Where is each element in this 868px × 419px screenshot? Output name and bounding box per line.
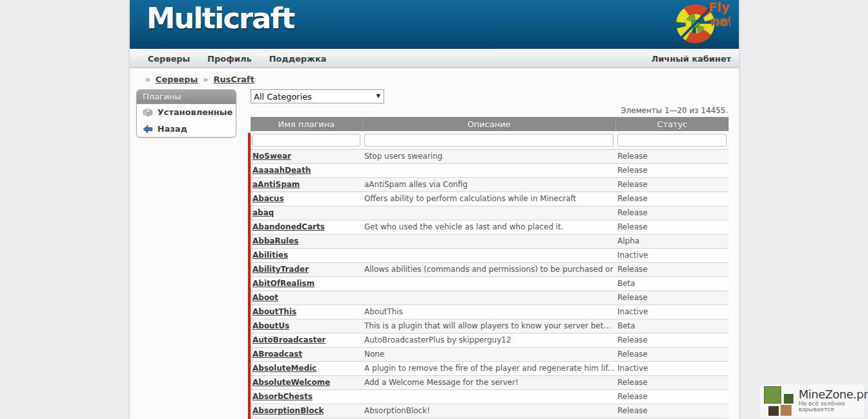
multicraft-logo[interactable]: Multicraft: [146, 1, 294, 35]
plugin-name-link[interactable]: AbsoluteMedic: [252, 364, 317, 373]
plugin-description: Stop users swearing: [362, 149, 616, 163]
plugins-sidebar: Плагины Установленные Назад: [136, 89, 236, 138]
plugin-description: [362, 248, 616, 262]
plugin-name-link[interactable]: AbsorptionBlock: [252, 406, 324, 415]
plugin-name-link[interactable]: AboutUs: [252, 321, 289, 330]
column-header-status: Статус: [616, 117, 729, 131]
plugin-status: Release: [616, 262, 729, 276]
plugin-status: Release: [616, 290, 729, 305]
plugin-name-link[interactable]: AboutThis: [252, 307, 296, 316]
plugin-status: Release: [616, 220, 729, 234]
breadcrumb: » Серверы » RusCraft: [130, 68, 739, 84]
plugin-status: Release: [616, 206, 729, 220]
column-header-description: Описание: [362, 117, 616, 131]
watermark-title: MineZone.pro: [799, 389, 868, 401]
breadcrumb-servers[interactable]: Серверы: [155, 75, 198, 84]
flynet-host-logo-icon: Fly net: [675, 0, 731, 45]
status-filter-input[interactable]: [617, 134, 727, 147]
plugin-description: Add a Welcome Message for the server!: [362, 375, 616, 389]
plugin-status: Release: [616, 375, 729, 389]
sidebar-item-back[interactable]: Назад: [137, 121, 236, 137]
plugin-name-link[interactable]: abaq: [252, 208, 274, 217]
plugin-name-link[interactable]: NoSwear: [252, 152, 291, 161]
plugin-name-link[interactable]: AaaaahDeath: [252, 166, 311, 175]
plugin-status: Inactive: [616, 248, 729, 262]
plugin-status: Beta: [616, 276, 729, 290]
plugin-name-link[interactable]: AbandonedCarts: [252, 222, 324, 231]
table-row: AbsorptionBlock AbsorptionBlock! Release: [251, 404, 729, 418]
plugin-table: Имя плагина Описание Статус NoSwear Stop…: [251, 117, 729, 418]
red-accent-bar: [248, 133, 251, 419]
plugin-description: [362, 389, 616, 404]
plugin-status: Release: [616, 347, 729, 361]
minezone-logo-icon: [764, 386, 795, 416]
table-row: aAntiSpam aAntiSpam alles via Config Rel…: [251, 177, 729, 192]
table-row: AbitOfRealism Beta: [251, 276, 729, 290]
svg-text:Fly: Fly: [709, 0, 730, 15]
category-select[interactable]: All Categories: [251, 89, 384, 103]
back-arrow-icon: [143, 125, 153, 134]
page-container: Multicraft Fly net Серверы Профиль Подде…: [130, 0, 739, 419]
nav-item-personal-cabinet[interactable]: Личный кабинет: [651, 54, 731, 64]
plugin-name-link[interactable]: ABroadcast: [252, 350, 302, 359]
main-content: All Categories Элементы 1—20 из 14455. И…: [251, 89, 729, 418]
plugin-status: Release: [616, 192, 729, 206]
plugin-name-link[interactable]: AbbaRules: [252, 236, 299, 245]
table-row: abaq Release: [251, 206, 729, 220]
table-row: AbsorbChests Release: [251, 389, 729, 404]
table-row: AutoBroadcaster AutoBroadcasterPlus by s…: [251, 333, 729, 347]
plugin-status: Release: [616, 404, 729, 418]
plugin-description: Get who used the vehicle as last and who…: [362, 220, 616, 234]
plugin-description: AboutThis: [362, 305, 616, 319]
plugin-status: Beta: [616, 319, 729, 333]
nav-item-servers[interactable]: Серверы: [148, 54, 190, 64]
plugin-description: Offers ability to perform calculations w…: [362, 192, 616, 206]
table-row: AboutThis AboutThis Inactive: [251, 305, 729, 319]
table-row: ABroadcast None Release: [251, 347, 729, 361]
plugin-name-link[interactable]: Aboot: [252, 293, 278, 302]
nav-item-support[interactable]: Поддержка: [269, 54, 326, 64]
plugin-table-body: NoSwear Stop users swearing Release Aaaa…: [251, 131, 729, 418]
nav-item-profile[interactable]: Профиль: [208, 54, 252, 64]
sidebar-item-label: Назад: [157, 124, 187, 134]
plugin-description: [362, 163, 616, 177]
minezone-watermark: MineZone.pro Не всё зелёное взрывается: [760, 384, 864, 418]
plugin-name-link[interactable]: AbitOfRealism: [252, 279, 315, 288]
plugin-name-link[interactable]: aAntiSpam: [252, 180, 300, 189]
name-filter-input[interactable]: [252, 134, 360, 147]
plugin-description: AbsorptionBlock!: [362, 404, 616, 418]
sidebar-item-installed[interactable]: Установленные: [137, 104, 236, 120]
table-row: NoSwear Stop users swearing Release: [251, 149, 729, 163]
header: Multicraft Fly net: [130, 0, 739, 49]
breadcrumb-ruscraft[interactable]: RusCraft: [213, 75, 254, 84]
plugin-status: Alpha: [616, 234, 729, 248]
table-row: AbilityTrader Allows abilities (commands…: [251, 262, 729, 276]
table-row: AbsoluteMedic A plugin to remove the fir…: [251, 361, 729, 375]
plugin-name-link[interactable]: Abacus: [252, 194, 284, 203]
plugin-status: Release: [616, 389, 729, 404]
table-header-row: Имя плагина Описание Статус: [251, 117, 729, 131]
main-nav: Серверы Профиль Поддержка Личный кабинет: [130, 49, 739, 68]
plugin-description: [362, 290, 616, 305]
sidebar-item-label: Установленные: [157, 107, 233, 117]
plugin-name-link[interactable]: Abilities: [252, 251, 288, 260]
description-filter-input[interactable]: [364, 134, 614, 147]
breadcrumb-separator: »: [145, 75, 150, 84]
plugin-name-link[interactable]: AbsorbChests: [252, 392, 312, 401]
breadcrumb-separator: »: [203, 75, 208, 84]
plugin-description: [362, 234, 616, 248]
table-row: AbsoluteWelcome Add a Welcome Message fo…: [251, 375, 729, 389]
table-row: Abacus Offers ability to perform calcula…: [251, 192, 729, 206]
plugin-description: aAntiSpam alles via Config: [362, 177, 616, 192]
plugin-name-link[interactable]: AutoBroadcaster: [252, 335, 326, 344]
plugin-description: AutoBroadcasterPlus by skipperguy12: [362, 333, 616, 347]
table-row: Abilities Inactive: [251, 248, 729, 262]
plugin-status: Inactive: [616, 305, 729, 319]
plugin-status: Inactive: [616, 361, 729, 375]
plugin-name-link[interactable]: AbsoluteWelcome: [252, 378, 330, 387]
plugin-name-link[interactable]: AbilityTrader: [252, 265, 308, 274]
watermark-tagline: Не всё зелёное взрывается: [799, 401, 868, 413]
plugin-status: Release: [616, 149, 729, 163]
column-header-name: Имя плагина: [251, 117, 362, 131]
plugin-description: Allows abilities (commands and permissio…: [362, 262, 616, 276]
